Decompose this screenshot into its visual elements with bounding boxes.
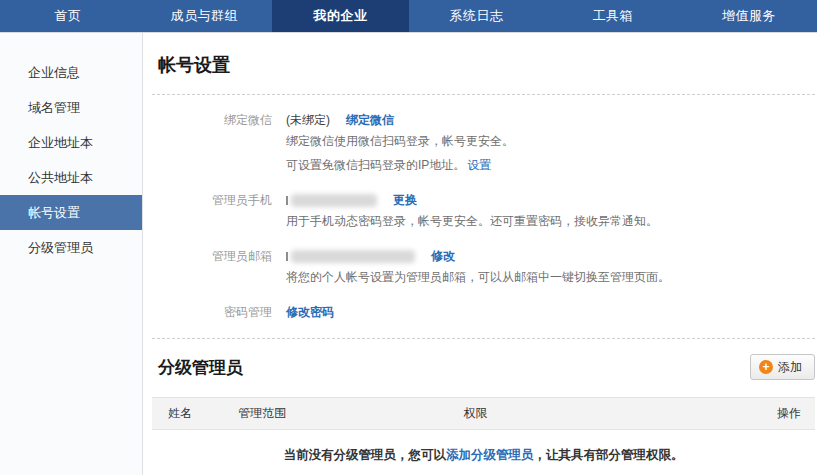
sidebar-item-public-contacts[interactable]: 公共地址本 — [0, 160, 142, 195]
add-sub-admin-button[interactable]: + 添加 — [750, 354, 815, 380]
wechat-ip-desc-text: 可设置免微信扫码登录的IP地址。 — [286, 158, 465, 172]
change-email-link[interactable]: 修改 — [431, 248, 455, 265]
account-settings-list: 绑定微信 (未绑定) 绑定微信 绑定微信使用微信扫码登录，帐号更安全。 可设置免… — [152, 95, 815, 321]
bind-wechat-link[interactable]: 绑定微信 — [346, 112, 394, 129]
separator — [152, 338, 815, 339]
table-header-permissions: 权限 — [464, 405, 729, 422]
add-button-label: 添加 — [778, 359, 802, 376]
password-management-label: 密码管理 — [152, 304, 272, 321]
wechat-binding-label: 绑定微信 — [152, 112, 272, 129]
admin-email-row: 管理员邮箱 修改 将您的个人帐号设置为管理员邮箱，可以从邮箱中一键切换至管理页面… — [152, 247, 815, 289]
nav-tab-value-added-services[interactable]: 增值服务 — [681, 0, 817, 32]
add-sub-admin-link[interactable]: 添加分级管理员 — [446, 448, 534, 462]
main-content: 帐号设置 绑定微信 (未绑定) 绑定微信 绑定微信使用微信扫码登录，帐号更安全。… — [143, 33, 817, 475]
sub-admin-section-title: 分级管理员 — [158, 356, 243, 379]
nav-tab-toolbox[interactable]: 工具箱 — [545, 0, 681, 32]
wechat-binding-row: 绑定微信 (未绑定) 绑定微信 绑定微信使用微信扫码登录，帐号更安全。 可设置免… — [152, 111, 815, 177]
page-body: 企业信息 域名管理 企业地址本 公共地址本 帐号设置 分级管理员 帐号设置 绑定… — [0, 33, 817, 475]
password-management-row: 密码管理 修改密码 — [152, 303, 815, 321]
change-phone-link[interactable]: 更换 — [393, 192, 417, 209]
ip-settings-link[interactable]: 设置 — [467, 158, 491, 172]
admin-email-desc: 将您的个人帐号设置为管理员邮箱，可以从邮箱中一键切换至管理页面。 — [286, 265, 815, 289]
masked-phone-value — [286, 194, 377, 207]
sidebar-item-company-info[interactable]: 企业信息 — [0, 55, 142, 90]
sub-admin-section-header: 分级管理员 + 添加 — [152, 353, 815, 381]
sidebar-item-company-contacts[interactable]: 企业地址本 — [0, 125, 142, 160]
admin-phone-label: 管理员手机 — [152, 192, 272, 209]
admin-phone-desc: 用于手机动态密码登录，帐号更安全。还可重置密码，接收异常通知。 — [286, 209, 815, 233]
nav-tab-system-logs[interactable]: 系统日志 — [409, 0, 545, 32]
wechat-binding-desc-2: 可设置免微信扫码登录的IP地址。设置 — [286, 153, 815, 177]
plus-circle-icon: + — [759, 360, 773, 374]
empty-state-suffix: ，让其具有部分管理权限。 — [534, 448, 684, 462]
nav-tab-home[interactable]: 首页 — [0, 0, 136, 32]
nav-tab-members-groups[interactable]: 成员与群组 — [136, 0, 272, 32]
top-nav: 首页 成员与群组 我的企业 系统日志 工具箱 增值服务 — [0, 0, 817, 33]
sidebar-item-sub-admins[interactable]: 分级管理员 — [0, 230, 142, 265]
masked-email-value — [286, 250, 415, 263]
admin-phone-row: 管理员手机 更换 用于手机动态密码登录，帐号更安全。还可重置密码，接收异常通知。 — [152, 191, 815, 233]
wechat-binding-status: (未绑定) — [286, 112, 330, 129]
page-title: 帐号设置 — [158, 53, 815, 77]
change-password-link[interactable]: 修改密码 — [286, 304, 334, 321]
table-header-actions: 操作 — [729, 405, 815, 422]
admin-email-label: 管理员邮箱 — [152, 248, 272, 265]
wechat-binding-desc-1: 绑定微信使用微信扫码登录，帐号更安全。 — [286, 129, 815, 153]
sidebar-item-account-settings[interactable]: 帐号设置 — [0, 195, 142, 230]
empty-state-prefix: 当前没有分级管理员，您可以 — [284, 448, 447, 462]
sidebar-item-domain-management[interactable]: 域名管理 — [0, 90, 142, 125]
table-header-name: 姓名 — [152, 405, 238, 422]
table-header-scope: 管理范围 — [238, 405, 463, 422]
nav-tab-my-company[interactable]: 我的企业 — [272, 0, 408, 32]
sidebar: 企业信息 域名管理 企业地址本 公共地址本 帐号设置 分级管理员 — [0, 33, 143, 475]
sub-admin-table-header: 姓名 管理范围 权限 操作 — [152, 397, 815, 430]
sub-admin-empty-state: 当前没有分级管理员，您可以添加分级管理员，让其具有部分管理权限。 — [152, 447, 815, 464]
